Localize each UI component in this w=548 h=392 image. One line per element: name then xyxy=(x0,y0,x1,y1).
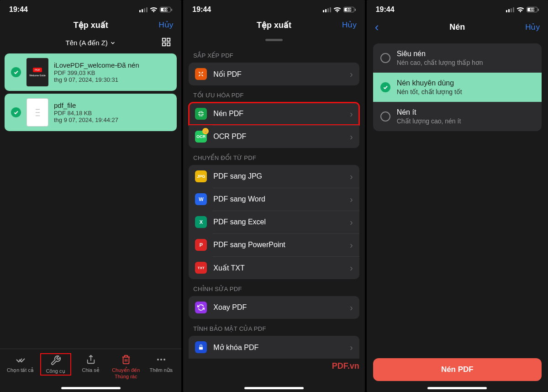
tool-label: PDF sang Excel xyxy=(213,218,343,226)
trash-button[interactable]: Chuyển đến Thùng rác xyxy=(111,354,141,379)
tools-scroll[interactable]: SẮP XẾP PDF Nối PDF › TỐI ƯU HÓA PDF Nén… xyxy=(183,46,364,392)
nav-bar: Tệp xuất Hủy xyxy=(0,16,181,36)
home-indicator[interactable] xyxy=(427,387,487,389)
toolbar-label: Thùng rác xyxy=(115,374,137,379)
tool-label: Xuất TXT xyxy=(213,264,343,272)
tool-pdf-to-jpg[interactable]: JPG PDF sang JPG › xyxy=(189,165,359,188)
section-header: SẮP XẾP PDF xyxy=(183,46,364,63)
chevron-right-icon: › xyxy=(350,342,353,353)
battery-icon: 69 xyxy=(160,7,172,12)
home-indicator[interactable] xyxy=(61,387,121,389)
option-subtitle: Chất lượng cao, nén ít xyxy=(397,117,461,125)
svg-rect-0 xyxy=(163,38,165,41)
svg-point-6 xyxy=(157,359,159,360)
more-button[interactable]: Thêm nữa xyxy=(146,354,176,373)
rotate-icon xyxy=(195,302,207,313)
drag-handle[interactable] xyxy=(265,39,283,41)
svg-point-7 xyxy=(160,359,162,360)
section-header: TỐI ƯU HÓA PDF xyxy=(183,85,364,102)
trash-icon xyxy=(121,354,131,366)
tool-label: OCR PDF xyxy=(213,132,343,141)
tool-pdf-to-ppt[interactable]: P PDF sang PowerPoint › xyxy=(189,233,359,256)
ppt-icon: P xyxy=(195,239,207,251)
toolbar-label: Chuyển đến xyxy=(112,367,140,373)
file-item[interactable]: PDFWelcome Guide iLovePDF_welcome-Đã nén… xyxy=(5,53,177,91)
tool-ocr-pdf[interactable]: OCR👑 OCR PDF › xyxy=(189,125,359,148)
cancel-button[interactable]: Hủy xyxy=(342,20,357,30)
compress-action-button[interactable]: Nén PDF xyxy=(373,358,542,381)
option-low-compress[interactable]: Nén ít Chất lượng cao, nén ít xyxy=(373,102,542,131)
chevron-right-icon: › xyxy=(350,194,353,205)
merge-icon xyxy=(195,68,207,80)
txt-icon: TXT xyxy=(195,262,207,274)
toolbar-label: Chia sẻ xyxy=(82,367,100,373)
section-header: CHUYỂN ĐỔI TỪ PDF xyxy=(183,148,364,165)
screen-tools: 19:44 69 Tệp xuất Hủy SẮP XẾP PDF Nối PD… xyxy=(183,0,364,392)
signal-icon xyxy=(506,7,514,12)
svg-rect-9 xyxy=(199,347,203,350)
option-title: Nén khuyên dùng xyxy=(397,79,462,87)
svg-rect-2 xyxy=(163,43,165,46)
watermark: PDF.vn xyxy=(332,361,359,371)
file-thumbnail: PDFWelcome Guide xyxy=(26,58,48,86)
select-all-button[interactable]: Chọn tất cả xyxy=(5,354,36,373)
tool-rotate-pdf[interactable]: Xoay PDF › xyxy=(189,296,359,319)
wifi-icon xyxy=(333,7,341,13)
option-recommended-compress[interactable]: Nén khuyên dùng Nén tốt, chất lượng tốt xyxy=(373,73,542,102)
back-button[interactable]: ‹ xyxy=(375,20,379,34)
jpg-icon: JPG xyxy=(195,170,207,182)
chevron-right-icon: › xyxy=(350,171,353,182)
chevron-right-icon: › xyxy=(350,263,353,273)
sort-label: Tên (A đến Z) xyxy=(65,39,107,47)
status-time: 19:44 xyxy=(9,5,28,14)
word-icon: W xyxy=(195,193,207,205)
compression-options: Siêu nén Nén cao, chất lượng thấp hơn Né… xyxy=(367,43,548,131)
tool-export-txt[interactable]: TXT Xuất TXT › xyxy=(189,256,359,279)
chevron-right-icon: › xyxy=(350,302,353,313)
section-header: TÍNH BẢO MẬT CỦA PDF xyxy=(183,319,364,336)
tool-merge-pdf[interactable]: Nối PDF › xyxy=(189,63,359,85)
sort-bar: Tên (A đến Z) xyxy=(0,36,181,50)
screen-file-export: 19:44 69 Tệp xuất Hủy Tên (A đến Z) PDFW… xyxy=(0,0,181,392)
home-indicator[interactable] xyxy=(244,387,304,389)
file-name: iLovePDF_welcome-Đã nén xyxy=(54,61,170,69)
tool-label: PDF sang PowerPoint xyxy=(213,241,343,249)
file-meta: PDF 84,18 KB xyxy=(54,110,170,117)
tool-pdf-to-word[interactable]: W PDF sang Word › xyxy=(189,188,359,211)
chevron-right-icon: › xyxy=(350,109,353,119)
file-meta: PDF 399,03 KB xyxy=(54,69,170,76)
chevron-down-icon xyxy=(110,40,116,46)
wifi-icon xyxy=(516,7,524,13)
tool-label: Xoay PDF xyxy=(213,303,343,312)
file-list: PDFWelcome Guide iLovePDF_welcome-Đã nén… xyxy=(0,50,181,135)
status-time: 19:44 xyxy=(376,5,395,14)
battery-icon: 69 xyxy=(343,7,356,12)
check-icon xyxy=(11,67,21,77)
status-bar: 19:44 69 xyxy=(0,0,181,16)
lock-icon xyxy=(195,341,207,353)
sort-dropdown[interactable]: Tên (A đến Z) xyxy=(65,39,116,47)
tool-compress-pdf[interactable]: Nén PDF › xyxy=(189,102,359,125)
chevron-right-icon: › xyxy=(350,69,353,79)
toolbar-label: Chọn tất cả xyxy=(7,367,34,373)
cancel-button[interactable]: Hủy xyxy=(159,20,174,30)
tool-unlock-pdf[interactable]: Mở khóa PDF › xyxy=(189,336,359,359)
battery-icon: 69 xyxy=(527,7,539,12)
cancel-button[interactable]: Hủy xyxy=(525,22,540,32)
toolbar-label: Công cụ xyxy=(46,368,65,374)
section-header: CHỈNH SỬA PDF xyxy=(183,279,364,296)
file-item[interactable]: ━━━━━━━━━ pdf_file PDF 84,18 KB thg 9 07… xyxy=(5,94,177,131)
grid-view-button[interactable] xyxy=(161,37,171,49)
tools-button[interactable]: Công cụ xyxy=(41,354,71,375)
status-time: 19:44 xyxy=(192,5,211,14)
page-title: Tệp xuất xyxy=(74,20,108,30)
radio-icon xyxy=(380,53,390,63)
signal-icon xyxy=(139,7,148,12)
radio-icon xyxy=(380,111,390,122)
option-extreme-compress[interactable]: Siêu nén Nén cao, chất lượng thấp hơn xyxy=(373,43,542,73)
svg-point-8 xyxy=(163,359,165,360)
tool-pdf-to-excel[interactable]: X PDF sang Excel › xyxy=(189,211,359,233)
compress-icon xyxy=(195,108,207,120)
share-button[interactable]: Chia sẻ xyxy=(76,354,106,373)
screen-compress-options: 19:44 69 ‹ Nén Hủy Siêu nén Nén cao, chấ… xyxy=(367,0,548,392)
